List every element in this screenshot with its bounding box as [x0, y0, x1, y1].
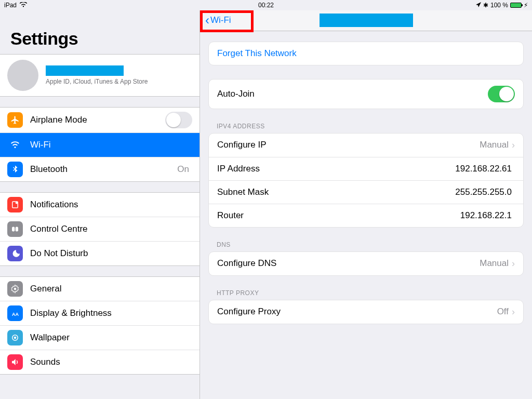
status-bar: iPad 00:22 ✱ 100 % ⚡︎ — [0, 0, 532, 10]
back-button[interactable]: ‹ Wi-Fi — [200, 10, 236, 31]
configure-ip-value: Manual — [480, 140, 509, 150]
page-title: Settings — [0, 10, 200, 54]
account-subtitle: Apple ID, iCloud, iTunes & App Store — [46, 78, 148, 85]
forget-label: Forget This Network — [217, 48, 515, 59]
bluetooth-icon: ✱ — [483, 2, 488, 9]
configure-dns-label: Configure DNS — [217, 258, 480, 269]
airplane-icon — [7, 112, 23, 128]
auto-join-label: Auto-Join — [217, 89, 488, 99]
chevron-right-icon: › — [512, 140, 515, 151]
chevron-left-icon: ‹ — [205, 13, 209, 28]
configure-dns-value: Manual — [480, 258, 509, 269]
sidebar-item-wifi[interactable]: Wi-Fi — [0, 132, 200, 157]
sidebar-item-airplane[interactable]: Airplane Mode — [0, 108, 200, 132]
svg-rect-2 — [12, 227, 15, 232]
ipv4-header: IPV4 ADDRESS — [208, 109, 524, 133]
sidebar-item-label: Display & Brightness — [30, 308, 192, 318]
control-centre-icon — [7, 221, 23, 237]
back-label: Wi-Fi — [210, 15, 231, 25]
display-icon: AA — [7, 305, 23, 321]
router-label: Router — [217, 210, 460, 221]
sidebar-item-label: Notifications — [30, 200, 192, 210]
charging-icon: ⚡︎ — [524, 2, 528, 9]
avatar — [7, 60, 38, 91]
ip-label: IP Address — [217, 164, 455, 174]
device-label: iPad — [4, 2, 17, 9]
notifications-icon — [7, 197, 23, 212]
bluetooth-status: On — [177, 164, 189, 175]
sidebar-item-display[interactable]: AA Display & Brightness — [0, 301, 200, 325]
dns-header: DNS — [208, 228, 524, 251]
battery-icon — [510, 3, 522, 8]
clock: 00:22 — [258, 2, 274, 9]
sidebar-item-label: Sounds — [30, 357, 192, 367]
sidebar-item-bluetooth[interactable]: Bluetooth On — [0, 157, 200, 181]
proxy-header: HTTP PROXY — [208, 276, 524, 300]
sidebar-item-general[interactable]: General — [0, 277, 200, 301]
location-icon — [476, 2, 481, 9]
sidebar-item-sounds[interactable]: Sounds — [0, 350, 200, 374]
subnet-row[interactable]: Subnet Mask 255.255.255.0 — [209, 180, 523, 204]
router-value: 192.168.22.1 — [460, 210, 512, 221]
configure-proxy-row[interactable]: Configure Proxy Off › — [209, 300, 523, 324]
settings-sidebar: Settings Apple ID, iCloud, iTunes & App … — [0, 10, 200, 399]
wallpaper-icon — [7, 330, 23, 345]
sidebar-item-dnd[interactable]: Do Not Disturb — [0, 241, 200, 265]
svg-point-7 — [14, 337, 17, 339]
auto-join-toggle[interactable] — [488, 86, 515, 102]
subnet-value: 255.255.255.0 — [455, 187, 512, 197]
forget-network-button[interactable]: Forget This Network — [209, 42, 523, 65]
svg-rect-3 — [16, 227, 18, 232]
apple-id-section[interactable]: Apple ID, iCloud, iTunes & App Store — [0, 54, 200, 97]
dnd-icon — [7, 246, 23, 261]
chevron-right-icon: › — [512, 258, 515, 269]
wifi-icon — [20, 2, 27, 9]
configure-ip-row[interactable]: Configure IP Manual › — [209, 134, 523, 157]
configure-ip-label: Configure IP — [217, 140, 480, 150]
auto-join-row[interactable]: Auto-Join — [209, 79, 523, 109]
sidebar-item-notifications[interactable]: Notifications — [0, 193, 200, 217]
sidebar-item-label: Do Not Disturb — [30, 248, 192, 259]
battery-percent: 100 % — [490, 2, 508, 9]
sidebar-item-label: Wallpaper — [30, 332, 192, 343]
subnet-label: Subnet Mask — [217, 187, 455, 197]
account-name-redacted — [46, 65, 124, 76]
chevron-right-icon: › — [512, 307, 515, 317]
detail-pane: ‹ Wi-Fi Forget This Network Auto-Join IP… — [200, 10, 532, 399]
sidebar-item-wallpaper[interactable]: Wallpaper — [0, 325, 200, 350]
sounds-icon — [7, 354, 23, 370]
configure-dns-row[interactable]: Configure DNS Manual › — [209, 252, 523, 275]
bluetooth-settings-icon — [7, 162, 23, 177]
sidebar-item-label: General — [30, 284, 192, 294]
sidebar-item-label: Control Centre — [30, 224, 192, 234]
configure-proxy-value: Off — [497, 307, 509, 317]
svg-point-4 — [14, 288, 17, 290]
sidebar-item-label: Airplane Mode — [30, 115, 165, 125]
configure-proxy-label: Configure Proxy — [217, 307, 497, 317]
airplane-toggle[interactable] — [165, 112, 192, 128]
sidebar-item-label: Wi-Fi — [30, 140, 192, 150]
svg-text:AA: AA — [12, 312, 19, 317]
sidebar-item-label: Bluetooth — [30, 164, 177, 175]
ip-value: 192.168.22.61 — [455, 164, 512, 174]
sidebar-item-control-centre[interactable]: Control Centre — [0, 217, 200, 241]
ip-address-row[interactable]: IP Address 192.168.22.61 — [209, 157, 523, 180]
general-icon — [7, 281, 23, 297]
svg-point-1 — [16, 202, 18, 204]
detail-navbar: ‹ Wi-Fi — [200, 10, 532, 31]
router-row[interactable]: Router 192.168.22.1 — [209, 204, 523, 227]
wifi-settings-icon — [7, 137, 23, 153]
network-name-redacted — [320, 14, 413, 27]
